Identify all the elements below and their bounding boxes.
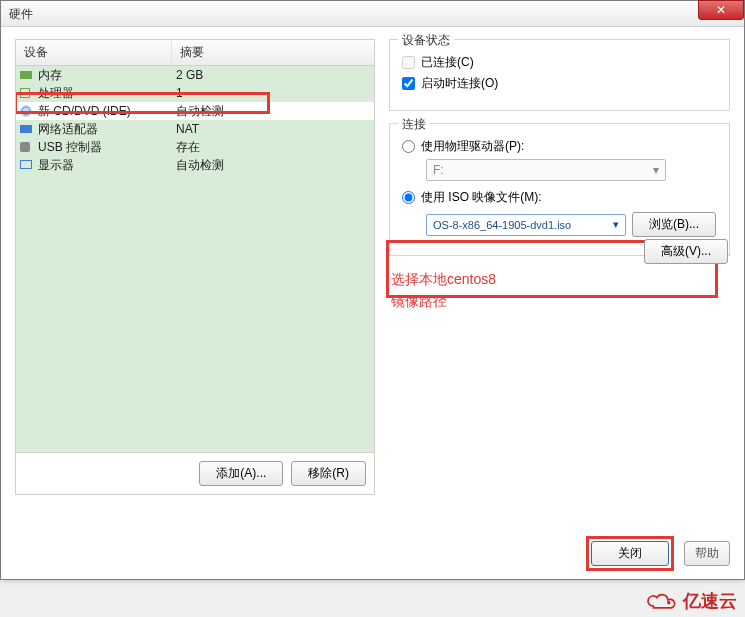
connect-on-start-label: 启动时连接(O) xyxy=(421,75,498,92)
connected-label: 已连接(C) xyxy=(421,54,474,71)
drive-value: F: xyxy=(433,163,444,177)
device-summary: 存在 xyxy=(172,139,374,156)
display-icon xyxy=(20,160,32,169)
device-name: 处理器 xyxy=(38,86,74,100)
header-device: 设备 xyxy=(16,40,172,65)
table-row[interactable]: 显示器 自动检测 xyxy=(16,156,374,174)
table-row[interactable]: 内存 2 GB xyxy=(16,66,374,84)
table-row[interactable]: 处理器 1 xyxy=(16,84,374,102)
device-status-group: 设备状态 已连接(C) 启动时连接(O) xyxy=(389,39,730,111)
device-summary: 2 GB xyxy=(172,68,374,82)
physical-drive-select[interactable]: F: ▾ xyxy=(426,159,666,181)
dialog-footer: 关闭 帮助 xyxy=(586,536,730,571)
table-row[interactable]: 网络适配器 NAT xyxy=(16,120,374,138)
device-list-panel: 设备 摘要 内存 2 GB 处理器 1 新 CD/DVD (IDE) 自动检测 … xyxy=(15,39,375,495)
advanced-button[interactable]: 高级(V)... xyxy=(644,239,728,264)
device-summary: 自动检测 xyxy=(172,103,374,120)
network-icon xyxy=(20,125,32,133)
device-table: 设备 摘要 内存 2 GB 处理器 1 新 CD/DVD (IDE) 自动检测 … xyxy=(16,40,374,452)
browse-button[interactable]: 浏览(B)... xyxy=(632,212,716,237)
device-summary: 自动检测 xyxy=(172,157,374,174)
group-title: 设备状态 xyxy=(398,32,454,49)
cd-icon xyxy=(20,105,32,117)
connection-group: 连接 使用物理驱动器(P): F: ▾ 使用 ISO 映像文件(M): OS-8… xyxy=(389,123,730,256)
add-device-button[interactable]: 添加(A)... xyxy=(199,461,283,486)
memory-icon xyxy=(20,71,32,79)
device-name: USB 控制器 xyxy=(38,140,102,154)
device-list-buttons: 添加(A)... 移除(R) xyxy=(16,452,374,494)
window-close-button[interactable]: ✕ xyxy=(698,0,744,20)
annotation-line: 选择本地centos8 xyxy=(391,268,730,290)
dialog-body: 设备 摘要 内存 2 GB 处理器 1 新 CD/DVD (IDE) 自动检测 … xyxy=(1,27,744,535)
window-title: 硬件 xyxy=(9,7,33,21)
connect-on-start-checkbox-row[interactable]: 启动时连接(O) xyxy=(402,75,717,92)
chevron-down-icon: ▾ xyxy=(613,218,619,231)
table-row-selected[interactable]: 新 CD/DVD (IDE) 自动检测 xyxy=(16,102,374,120)
svg-point-0 xyxy=(667,601,670,604)
use-iso-radio[interactable] xyxy=(402,191,415,204)
use-physical-label: 使用物理驱动器(P): xyxy=(421,138,524,155)
device-name: 显示器 xyxy=(38,158,74,172)
connect-on-start-checkbox[interactable] xyxy=(402,77,415,90)
table-header: 设备 摘要 xyxy=(16,40,374,66)
hardware-dialog: 硬件 ✕ 设备 摘要 内存 2 GB 处理器 1 新 CD/DVD (IDE xyxy=(0,0,745,580)
header-summary: 摘要 xyxy=(172,40,374,65)
use-physical-radio[interactable] xyxy=(402,140,415,153)
connected-checkbox[interactable] xyxy=(402,56,415,69)
annotation-text: 选择本地centos8 镜像路径 xyxy=(391,268,730,313)
device-name: 网络适配器 xyxy=(38,122,98,136)
cloud-icon xyxy=(645,590,679,612)
use-iso-label: 使用 ISO 映像文件(M): xyxy=(421,189,542,206)
watermark: 亿速云 xyxy=(645,589,737,613)
cpu-icon xyxy=(20,88,30,98)
help-button[interactable]: 帮助 xyxy=(684,541,730,566)
device-settings-panel: 设备状态 已连接(C) 启动时连接(O) 连接 使用物理驱动器(P): F: xyxy=(389,39,730,495)
connected-checkbox-row[interactable]: 已连接(C) xyxy=(402,54,717,71)
table-row[interactable]: USB 控制器 存在 xyxy=(16,138,374,156)
annotation-highlight-close: 关闭 xyxy=(586,536,674,571)
annotation-line: 镜像路径 xyxy=(391,290,730,312)
iso-file-row: OS-8-x86_64-1905-dvd1.iso ▾ 浏览(B)... xyxy=(426,212,717,237)
chevron-down-icon: ▾ xyxy=(653,163,659,177)
watermark-text: 亿速云 xyxy=(683,589,737,613)
remove-device-button[interactable]: 移除(R) xyxy=(291,461,366,486)
iso-file-value: OS-8-x86_64-1905-dvd1.iso xyxy=(433,219,571,231)
group-title: 连接 xyxy=(398,116,430,133)
close-button[interactable]: 关闭 xyxy=(591,541,669,566)
titlebar: 硬件 ✕ xyxy=(1,1,744,27)
usb-icon xyxy=(20,142,30,152)
device-summary: 1 xyxy=(172,86,374,100)
use-iso-radio-row[interactable]: 使用 ISO 映像文件(M): xyxy=(402,189,717,206)
device-name: 内存 xyxy=(38,68,62,82)
device-name: 新 CD/DVD (IDE) xyxy=(38,104,131,118)
use-physical-radio-row[interactable]: 使用物理驱动器(P): xyxy=(402,138,717,155)
device-summary: NAT xyxy=(172,122,374,136)
iso-file-select[interactable]: OS-8-x86_64-1905-dvd1.iso ▾ xyxy=(426,214,626,236)
